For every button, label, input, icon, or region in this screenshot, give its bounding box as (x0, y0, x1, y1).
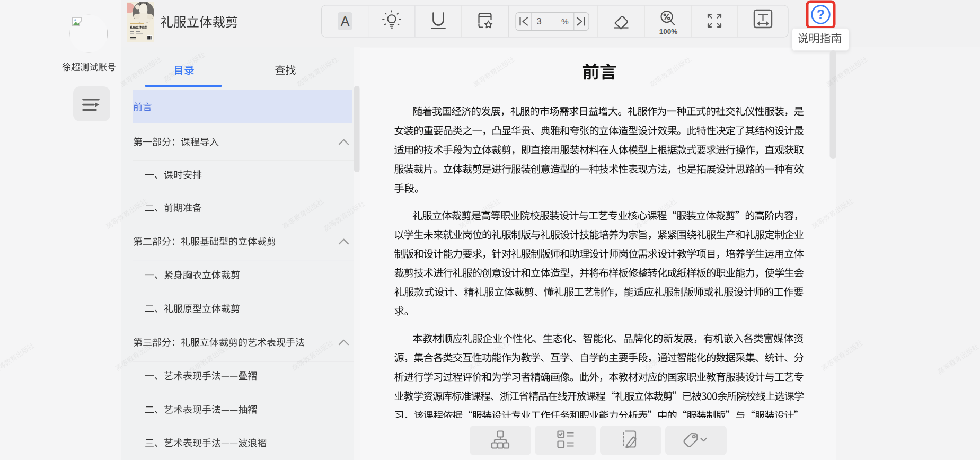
svg-text:A: A (341, 14, 350, 29)
svg-text:%: % (561, 17, 569, 26)
svg-text:100%: 100% (659, 28, 678, 36)
svg-text:3: 3 (536, 16, 541, 26)
svg-text:?: ? (817, 7, 825, 22)
